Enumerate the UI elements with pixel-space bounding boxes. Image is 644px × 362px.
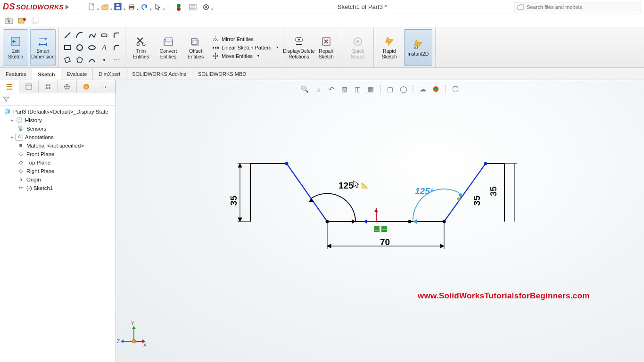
tree-origin[interactable]: ↳Origin: [1, 175, 115, 184]
svg-point-70: [408, 220, 412, 223]
print-icon[interactable]: ▾: [127, 3, 136, 11]
display-relations-button[interactable]: Display/Delete Relations: [286, 29, 312, 66]
svg-line-63: [444, 164, 486, 222]
svg-rect-39: [215, 47, 216, 49]
folder-icon: [517, 4, 524, 10]
fillet-tool-icon[interactable]: [111, 30, 122, 41]
command-tabs: Features Sketch Evaluate DimXpert SOLIDW…: [0, 68, 644, 80]
sketch-canvas: ⊥ — 125° 125° 35: [116, 80, 644, 362]
svg-rect-25: [101, 34, 107, 37]
tree-right-plane[interactable]: ◇Right Plane: [1, 167, 115, 175]
svg-text:—: —: [382, 227, 387, 232]
curve-tool-icon[interactable]: [86, 54, 98, 66]
plane-icon: ◇: [17, 159, 25, 166]
smart-dimension-button[interactable]: Smart Dimension: [30, 29, 56, 66]
tree-sensors[interactable]: 📡Sensors: [1, 124, 115, 133]
panel-collapse-icon[interactable]: ›: [96, 80, 116, 93]
arc-tool-icon[interactable]: [74, 30, 85, 41]
tree-item-label: (-) Sketch1: [26, 185, 53, 191]
configuration-manager-tab[interactable]: [39, 80, 58, 93]
new-file-icon[interactable]: ▾: [88, 3, 96, 11]
camera-icon[interactable]: [5, 17, 13, 25]
polygon-tool-icon[interactable]: [74, 54, 85, 66]
tree-root[interactable]: 🧊 Part3 (Default<<Default>_Display State: [1, 107, 115, 116]
rapid-sketch-button[interactable]: Rapid Sketch: [377, 29, 402, 66]
undo-icon[interactable]: ▾: [140, 3, 149, 11]
record-icon[interactable]: [18, 17, 26, 25]
save-icon[interactable]: ▾: [114, 3, 123, 11]
offset-entities-button[interactable]: Offset Entities: [183, 29, 208, 66]
dimxpert-manager-tab[interactable]: [58, 80, 77, 93]
tree-item-label: Origin: [26, 177, 41, 182]
svg-rect-5: [130, 4, 133, 6]
display-manager-tab[interactable]: [77, 80, 96, 93]
tab-features[interactable]: Features: [0, 68, 32, 80]
svg-rect-6: [130, 8, 133, 10]
rebuild-icon[interactable]: [175, 3, 184, 11]
tab-evaluate[interactable]: Evaluate: [61, 68, 93, 80]
dim-right-value: 35: [472, 196, 482, 206]
point-tool-icon[interactable]: [99, 54, 110, 66]
text-tool-icon[interactable]: A: [99, 42, 110, 53]
trim-entities-button[interactable]: Trim Entities: [128, 29, 154, 66]
svg-point-66: [285, 162, 289, 165]
move-entities-button[interactable]: Move Entities▾: [212, 53, 278, 59]
svg-text:⊥: ⊥: [375, 227, 379, 232]
quick-access-toolbar: ▾ ▾ ▾ ▾ ▾ ▾ · ▾: [88, 3, 210, 11]
filter-icon[interactable]: [3, 96, 9, 103]
search-input[interactable]: [527, 4, 638, 10]
quick-snaps-button: Quick Snaps: [345, 29, 371, 66]
svg-point-7: [177, 4, 181, 8]
line-tool-icon[interactable]: [62, 30, 73, 41]
quick-snaps-label: Quick Snaps: [351, 48, 365, 59]
property-manager-tab[interactable]: [19, 80, 39, 93]
feature-tree-tab[interactable]: [0, 80, 19, 93]
tree-front-plane[interactable]: ◇Front Plane: [1, 150, 115, 158]
mirror-entities-button[interactable]: Mirror Entities: [212, 36, 278, 42]
tab-sketch[interactable]: Sketch: [32, 68, 61, 80]
plane-tool-icon[interactable]: [62, 54, 73, 66]
search-box[interactable]: [514, 2, 641, 12]
svg-rect-26: [65, 46, 70, 49]
panel-tabs: ›: [0, 80, 116, 93]
svg-point-27: [77, 45, 83, 50]
tab-addins[interactable]: SOLIDWORKS Add-Ins: [126, 68, 192, 80]
convert-entities-button[interactable]: Convert Entities: [156, 29, 181, 66]
ellipse-tool-icon[interactable]: [86, 42, 98, 53]
linear-pattern-button[interactable]: Linear Sketch Pattern▾: [212, 44, 278, 51]
svg-rect-21: [33, 17, 38, 23]
graphics-viewport[interactable]: 🔍 ⌕ ↶ ▧ ◫ ▦ ▢ ◯ ☁ 🖵: [116, 80, 644, 362]
tree-item-label: Sensors: [26, 126, 46, 132]
repair-sketch-button[interactable]: Repair Sketch: [314, 29, 339, 66]
select-cursor-icon[interactable]: ▾: [154, 3, 162, 11]
rapid-label: Rapid Sketch: [382, 48, 397, 59]
centerline-tool-icon[interactable]: [111, 54, 122, 66]
instant2d-button[interactable]: 2D Instant2D: [404, 29, 432, 66]
move-label: Move Entities: [222, 53, 253, 59]
open-file-icon[interactable]: ▾: [101, 3, 109, 11]
tree-item-label: Top Plane: [26, 160, 50, 165]
svg-point-8: [177, 7, 181, 11]
slot-tool-icon[interactable]: [99, 30, 110, 41]
circle-tool-icon[interactable]: [74, 42, 85, 53]
tab-mbd[interactable]: SOLIDWORKS MBD: [192, 68, 252, 80]
tree-annotations[interactable]: ▸AAnnotations: [1, 133, 115, 141]
chamfer-tool-icon[interactable]: [111, 42, 122, 53]
options-list-icon[interactable]: [189, 3, 197, 11]
tree-sketch1[interactable]: ✏(-) Sketch1: [1, 184, 115, 192]
exit-sketch-label: Exit Sketch: [8, 48, 23, 59]
tree-material[interactable]: ≡Material <not specified>: [1, 141, 115, 150]
tree-history[interactable]: ▸🕘History: [1, 116, 115, 124]
exit-sketch-button[interactable]: Exit Sketch: [3, 29, 28, 66]
logo-expand-icon[interactable]: [66, 5, 69, 9]
settings-gear-icon[interactable]: ▾: [202, 3, 210, 11]
trim-label: Trim Entities: [133, 48, 149, 59]
rectangle-tool-icon[interactable]: [62, 42, 73, 53]
document-stack-icon[interactable]: [31, 17, 40, 25]
tree-top-plane[interactable]: ◇Top Plane: [1, 158, 115, 167]
spline-tool-icon[interactable]: [86, 30, 98, 41]
svg-text:X: X: [143, 343, 146, 348]
plane-icon: ◇: [17, 151, 25, 157]
tab-dimxpert[interactable]: DimXpert: [93, 68, 126, 80]
display-relations-label: Display/Delete Relations: [283, 48, 315, 59]
